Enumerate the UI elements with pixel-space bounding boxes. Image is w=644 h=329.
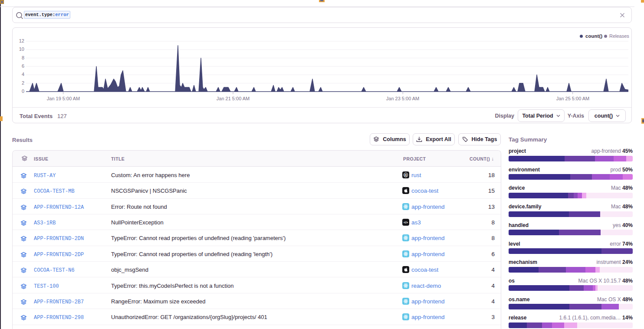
svg-text:R: R [404, 173, 407, 177]
svg-text:</>: </> [404, 221, 408, 224]
